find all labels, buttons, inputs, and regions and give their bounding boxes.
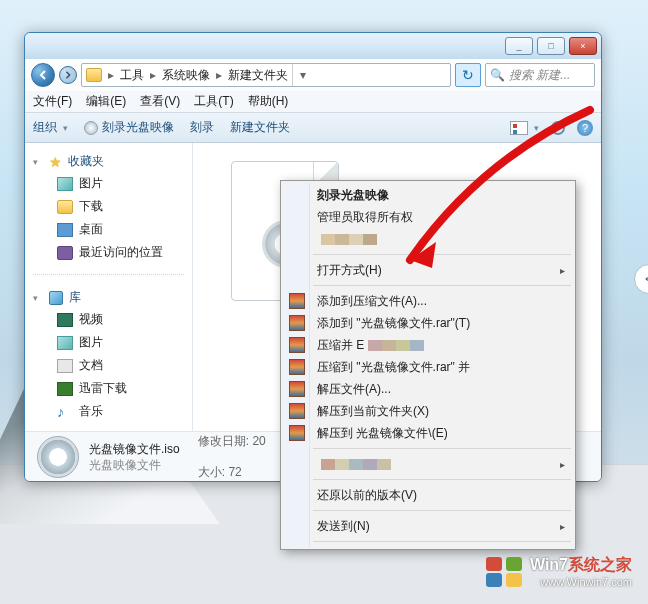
menu-help[interactable]: 帮助(H) xyxy=(248,93,289,110)
context-menu: 刻录光盘映像 管理员取得所有权 打开方式(H) ▸ 添加到压缩文件(A)... … xyxy=(280,180,576,550)
sidebar-item-videos[interactable]: 视频 xyxy=(25,308,192,331)
status-size-label: 大小: xyxy=(198,465,225,479)
ctx-rar-extract-to[interactable]: 解压到 光盘镜像文件\(E) xyxy=(283,422,573,444)
menu-view[interactable]: 查看(V) xyxy=(140,93,180,110)
minimize-button[interactable]: _ xyxy=(505,37,533,55)
maximize-button[interactable]: □ xyxy=(537,37,565,55)
rar-icon xyxy=(289,381,305,397)
rar-icon xyxy=(289,315,305,331)
rar-icon xyxy=(289,293,305,309)
ctx-label: 压缩并 E xyxy=(317,337,364,354)
music-icon: ♪ xyxy=(57,405,73,419)
sidebar-item-label: 最近访问的位置 xyxy=(79,244,163,261)
menu-edit[interactable]: 编辑(E) xyxy=(86,93,126,110)
breadcrumb-item[interactable]: 系统映像 xyxy=(162,67,210,84)
sidebar-item-pictures[interactable]: 图片 xyxy=(25,172,192,195)
submenu-arrow-icon: ▸ xyxy=(560,459,565,470)
chevron-down-icon: ▾ xyxy=(63,123,68,133)
ctx-label: 打开方式(H) xyxy=(317,262,382,279)
toolbar-label: 刻录光盘映像 xyxy=(102,119,174,136)
menu-file[interactable]: 文件(F) xyxy=(33,93,72,110)
windows-flag-icon xyxy=(486,557,522,587)
watermark: Win7系统之家 www.Winwin7.com xyxy=(486,555,632,588)
breadcrumb-sep: ▸ xyxy=(150,68,156,82)
close-button[interactable]: × xyxy=(569,37,597,55)
downloads-icon xyxy=(57,200,73,214)
ctx-open-with[interactable]: 打开方式(H) ▸ xyxy=(283,259,573,281)
back-button[interactable] xyxy=(31,63,55,87)
ctx-restore[interactable]: 还原以前的版本(V) xyxy=(283,484,573,506)
status-filename: 光盘镜像文件.iso xyxy=(89,441,180,457)
submenu-arrow-icon: ▸ xyxy=(560,521,565,532)
toolbar-organize[interactable]: 组织▾ xyxy=(33,119,68,136)
ctx-rar-compress-name[interactable]: 压缩到 "光盘镜像文件.rar" 并 xyxy=(283,356,573,378)
panel-icon xyxy=(551,121,565,135)
sidebar-item-label: 下载 xyxy=(79,198,103,215)
ctx-rar-extract[interactable]: 解压文件(A)... xyxy=(283,378,573,400)
sidebar-item-label: 迅雷下载 xyxy=(79,380,127,397)
ctx-send-to[interactable]: 发送到(N) ▸ xyxy=(283,515,573,537)
sidebar: ▾ ★ 收藏夹 图片 下载 桌面 最近访问的位置 ▾ 库 视频 图片 文档 迅雷… xyxy=(25,143,193,431)
status-file-info: 光盘镜像文件.iso 光盘映像文件 xyxy=(89,441,180,473)
rar-icon xyxy=(289,359,305,375)
sidebar-item-desktop[interactable]: 桌面 xyxy=(25,218,192,241)
toolbar-right: ▾ ? xyxy=(510,120,593,136)
menu-tools[interactable]: 工具(T) xyxy=(194,93,233,110)
status-date-value: 20 xyxy=(252,434,265,448)
search-icon: 🔍 xyxy=(490,68,505,82)
sidebar-item-downloads[interactable]: 下载 xyxy=(25,195,192,218)
pictures-icon xyxy=(57,177,73,191)
address-bar[interactable]: ▸ 工具 ▸ 系统映像 ▸ 新建文件夹 ▾ xyxy=(81,63,451,87)
ctx-burn-image[interactable]: 刻录光盘映像 xyxy=(283,184,573,206)
censor-blocks xyxy=(368,340,424,351)
ctx-censored[interactable] xyxy=(283,228,573,250)
toolbar-burn-image[interactable]: 刻录光盘映像 xyxy=(84,119,174,136)
sidebar-item-music[interactable]: ♪音乐 xyxy=(25,400,192,423)
disclosure-icon: ▾ xyxy=(33,293,43,303)
watermark-line2: www.Winwin7.com xyxy=(530,576,632,588)
sidebar-group-libraries[interactable]: ▾ 库 xyxy=(25,285,192,308)
sidebar-item-documents[interactable]: 文档 xyxy=(25,354,192,377)
ctx-sep xyxy=(313,285,571,286)
side-collapse-button[interactable]: < xyxy=(634,264,648,294)
breadcrumb-item[interactable]: 工具 xyxy=(120,67,144,84)
ctx-sep xyxy=(313,541,571,542)
library-icon xyxy=(49,291,63,305)
breadcrumb-item[interactable]: 新建文件夹 xyxy=(228,67,288,84)
sidebar-item-pictures2[interactable]: 图片 xyxy=(25,331,192,354)
iso-disc-icon xyxy=(37,436,79,478)
sidebar-item-xunlei[interactable]: 迅雷下载 xyxy=(25,377,192,400)
watermark-line1b: 系统之家 xyxy=(568,556,632,573)
sidebar-item-label: 文档 xyxy=(79,357,103,374)
videos-icon xyxy=(57,313,73,327)
censor-blocks xyxy=(321,234,377,245)
ctx-label: 解压到 光盘镜像文件\(E) xyxy=(317,425,448,442)
forward-button[interactable] xyxy=(59,66,77,84)
search-input[interactable]: 🔍 搜索 新建... xyxy=(485,63,595,87)
sidebar-item-recent[interactable]: 最近访问的位置 xyxy=(25,241,192,264)
ctx-label: 添加到压缩文件(A)... xyxy=(317,293,427,310)
ctx-label: 添加到 "光盘镜像文件.rar"(T) xyxy=(317,315,470,332)
toolbar-new-folder[interactable]: 新建文件夹 xyxy=(230,119,290,136)
toolbar-preview-pane[interactable] xyxy=(551,121,565,135)
sidebar-item-label: 图片 xyxy=(79,334,103,351)
ctx-sep xyxy=(313,479,571,480)
refresh-button[interactable]: ↻ xyxy=(455,63,481,87)
toolbar-burn[interactable]: 刻录 xyxy=(190,119,214,136)
sidebar-item-label: 桌面 xyxy=(79,221,103,238)
help-button[interactable]: ? xyxy=(577,120,593,136)
sidebar-item-label: 视频 xyxy=(79,311,103,328)
sidebar-group-label: 收藏夹 xyxy=(68,153,104,170)
breadcrumb-sep: ▸ xyxy=(108,68,114,82)
ctx-admin-own[interactable]: 管理员取得所有权 xyxy=(283,206,573,228)
toolbar-view[interactable]: ▾ xyxy=(510,121,539,135)
ctx-rar-compress-e[interactable]: 压缩并 E xyxy=(283,334,573,356)
ctx-rar-add[interactable]: 添加到压缩文件(A)... xyxy=(283,290,573,312)
address-dropdown[interactable]: ▾ xyxy=(292,64,312,86)
pictures-icon xyxy=(57,336,73,350)
ctx-rar-add-name[interactable]: 添加到 "光盘镜像文件.rar"(T) xyxy=(283,312,573,334)
ctx-censored-2[interactable]: ▸ xyxy=(283,453,573,475)
chevron-down-icon: ▾ xyxy=(534,123,539,133)
ctx-rar-extract-here[interactable]: 解压到当前文件夹(X) xyxy=(283,400,573,422)
sidebar-group-favorites[interactable]: ▾ ★ 收藏夹 xyxy=(25,149,192,172)
